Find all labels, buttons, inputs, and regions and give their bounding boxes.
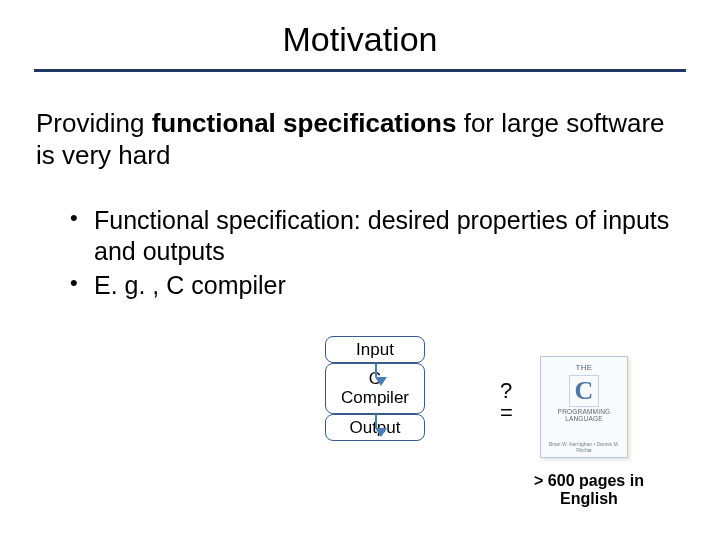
flow-box-line2: Compiler — [332, 388, 418, 407]
book-authors: Brian W. Kernighan • Dennis M. Ritchie — [546, 441, 622, 453]
bullet-item: Functional specification: desired proper… — [64, 205, 684, 266]
eq-mark: = — [500, 402, 513, 424]
question-equals: ? = — [500, 380, 513, 424]
book-big-letter: C — [569, 375, 600, 407]
flow-box-input: Input — [325, 336, 425, 363]
title-divider — [34, 69, 686, 72]
bullet-list: Functional specification: desired proper… — [64, 205, 684, 301]
slide: Motivation Providing functional specific… — [0, 0, 720, 540]
slide-title: Motivation — [36, 20, 684, 59]
q-mark: ? — [500, 380, 513, 402]
lead-paragraph: Providing functional specifications for … — [36, 108, 684, 171]
book-cover: THE C PROGRAMMING LANGUAGE Brian W. Kern… — [540, 356, 628, 458]
lead-bold: functional specifications — [152, 108, 457, 138]
flow-diagram: Input C Compiler Output — [300, 336, 450, 441]
bullet-item: E. g. , C compiler — [64, 270, 684, 301]
book-subtitle: PROGRAMMING LANGUAGE — [546, 409, 622, 423]
lead-pre: Providing — [36, 108, 152, 138]
book-caption: > 600 pages in English — [524, 472, 654, 509]
book-top: THE — [576, 363, 593, 372]
